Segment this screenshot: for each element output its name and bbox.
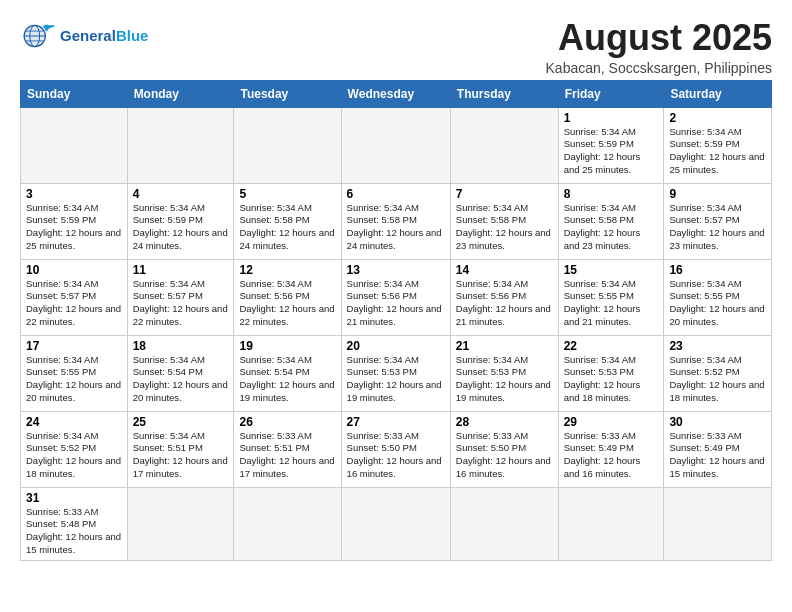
day-number: 14 xyxy=(456,263,553,277)
logo-general: General xyxy=(60,27,116,44)
day-number: 22 xyxy=(564,339,659,353)
table-row: 30Sunrise: 5:33 AM Sunset: 5:49 PM Dayli… xyxy=(664,411,772,487)
day-info: Sunrise: 5:34 AM Sunset: 5:57 PM Dayligh… xyxy=(26,278,122,329)
table-row: 12Sunrise: 5:34 AM Sunset: 5:56 PM Dayli… xyxy=(234,259,341,335)
table-row xyxy=(450,107,558,183)
day-number: 25 xyxy=(133,415,229,429)
day-number: 12 xyxy=(239,263,335,277)
col-thursday: Thursday xyxy=(450,80,558,107)
day-info: Sunrise: 5:34 AM Sunset: 5:52 PM Dayligh… xyxy=(26,430,122,481)
calendar-header-row: Sunday Monday Tuesday Wednesday Thursday… xyxy=(21,80,772,107)
day-info: Sunrise: 5:34 AM Sunset: 5:55 PM Dayligh… xyxy=(564,278,659,329)
day-info: Sunrise: 5:34 AM Sunset: 5:59 PM Dayligh… xyxy=(133,202,229,253)
day-number: 2 xyxy=(669,111,766,125)
day-number: 1 xyxy=(564,111,659,125)
table-row xyxy=(341,487,450,560)
table-row xyxy=(341,107,450,183)
page: GeneralBlue August 2025 Kabacan, Soccsks… xyxy=(0,0,792,571)
day-info: Sunrise: 5:34 AM Sunset: 5:54 PM Dayligh… xyxy=(239,354,335,405)
table-row: 28Sunrise: 5:33 AM Sunset: 5:50 PM Dayli… xyxy=(450,411,558,487)
day-number: 9 xyxy=(669,187,766,201)
title-area: August 2025 Kabacan, Soccsksargen, Phili… xyxy=(546,18,772,76)
day-info: Sunrise: 5:34 AM Sunset: 5:55 PM Dayligh… xyxy=(26,354,122,405)
day-info: Sunrise: 5:33 AM Sunset: 5:50 PM Dayligh… xyxy=(456,430,553,481)
day-info: Sunrise: 5:33 AM Sunset: 5:51 PM Dayligh… xyxy=(239,430,335,481)
day-number: 20 xyxy=(347,339,445,353)
generalblue-logo-icon xyxy=(20,18,56,54)
day-number: 24 xyxy=(26,415,122,429)
day-info: Sunrise: 5:33 AM Sunset: 5:49 PM Dayligh… xyxy=(669,430,766,481)
day-info: Sunrise: 5:34 AM Sunset: 5:56 PM Dayligh… xyxy=(456,278,553,329)
table-row: 7Sunrise: 5:34 AM Sunset: 5:58 PM Daylig… xyxy=(450,183,558,259)
table-row: 18Sunrise: 5:34 AM Sunset: 5:54 PM Dayli… xyxy=(127,335,234,411)
day-number: 7 xyxy=(456,187,553,201)
table-row: 25Sunrise: 5:34 AM Sunset: 5:51 PM Dayli… xyxy=(127,411,234,487)
day-number: 27 xyxy=(347,415,445,429)
day-number: 10 xyxy=(26,263,122,277)
table-row xyxy=(127,487,234,560)
logo-blue: Blue xyxy=(116,27,149,44)
day-number: 13 xyxy=(347,263,445,277)
day-number: 30 xyxy=(669,415,766,429)
day-info: Sunrise: 5:34 AM Sunset: 5:53 PM Dayligh… xyxy=(347,354,445,405)
day-info: Sunrise: 5:33 AM Sunset: 5:50 PM Dayligh… xyxy=(347,430,445,481)
table-row: 3Sunrise: 5:34 AM Sunset: 5:59 PM Daylig… xyxy=(21,183,128,259)
day-info: Sunrise: 5:34 AM Sunset: 5:53 PM Dayligh… xyxy=(456,354,553,405)
day-info: Sunrise: 5:34 AM Sunset: 5:57 PM Dayligh… xyxy=(133,278,229,329)
table-row: 31Sunrise: 5:33 AM Sunset: 5:48 PM Dayli… xyxy=(21,487,128,560)
table-row: 10Sunrise: 5:34 AM Sunset: 5:57 PM Dayli… xyxy=(21,259,128,335)
day-info: Sunrise: 5:34 AM Sunset: 5:52 PM Dayligh… xyxy=(669,354,766,405)
table-row: 14Sunrise: 5:34 AM Sunset: 5:56 PM Dayli… xyxy=(450,259,558,335)
day-number: 6 xyxy=(347,187,445,201)
day-info: Sunrise: 5:33 AM Sunset: 5:49 PM Dayligh… xyxy=(564,430,659,481)
table-row xyxy=(127,107,234,183)
table-row: 29Sunrise: 5:33 AM Sunset: 5:49 PM Dayli… xyxy=(558,411,664,487)
col-monday: Monday xyxy=(127,80,234,107)
day-number: 8 xyxy=(564,187,659,201)
table-row xyxy=(21,107,128,183)
table-row: 6Sunrise: 5:34 AM Sunset: 5:58 PM Daylig… xyxy=(341,183,450,259)
day-info: Sunrise: 5:34 AM Sunset: 5:58 PM Dayligh… xyxy=(239,202,335,253)
day-info: Sunrise: 5:34 AM Sunset: 5:56 PM Dayligh… xyxy=(347,278,445,329)
day-number: 23 xyxy=(669,339,766,353)
day-info: Sunrise: 5:34 AM Sunset: 5:56 PM Dayligh… xyxy=(239,278,335,329)
day-number: 16 xyxy=(669,263,766,277)
day-info: Sunrise: 5:33 AM Sunset: 5:48 PM Dayligh… xyxy=(26,506,122,557)
table-row: 16Sunrise: 5:34 AM Sunset: 5:55 PM Dayli… xyxy=(664,259,772,335)
day-number: 3 xyxy=(26,187,122,201)
col-saturday: Saturday xyxy=(664,80,772,107)
table-row: 4Sunrise: 5:34 AM Sunset: 5:59 PM Daylig… xyxy=(127,183,234,259)
day-number: 4 xyxy=(133,187,229,201)
col-friday: Friday xyxy=(558,80,664,107)
day-number: 28 xyxy=(456,415,553,429)
table-row: 9Sunrise: 5:34 AM Sunset: 5:57 PM Daylig… xyxy=(664,183,772,259)
table-row xyxy=(664,487,772,560)
day-number: 31 xyxy=(26,491,122,505)
table-row: 2Sunrise: 5:34 AM Sunset: 5:59 PM Daylig… xyxy=(664,107,772,183)
table-row: 15Sunrise: 5:34 AM Sunset: 5:55 PM Dayli… xyxy=(558,259,664,335)
table-row: 27Sunrise: 5:33 AM Sunset: 5:50 PM Dayli… xyxy=(341,411,450,487)
day-number: 29 xyxy=(564,415,659,429)
col-tuesday: Tuesday xyxy=(234,80,341,107)
table-row: 8Sunrise: 5:34 AM Sunset: 5:58 PM Daylig… xyxy=(558,183,664,259)
day-number: 18 xyxy=(133,339,229,353)
day-info: Sunrise: 5:34 AM Sunset: 5:55 PM Dayligh… xyxy=(669,278,766,329)
day-info: Sunrise: 5:34 AM Sunset: 5:58 PM Dayligh… xyxy=(456,202,553,253)
table-row xyxy=(234,107,341,183)
day-info: Sunrise: 5:34 AM Sunset: 5:53 PM Dayligh… xyxy=(564,354,659,405)
table-row: 1Sunrise: 5:34 AM Sunset: 5:59 PM Daylig… xyxy=(558,107,664,183)
table-row: 11Sunrise: 5:34 AM Sunset: 5:57 PM Dayli… xyxy=(127,259,234,335)
logo-text: GeneralBlue xyxy=(60,28,148,45)
calendar-table: Sunday Monday Tuesday Wednesday Thursday… xyxy=(20,80,772,561)
day-info: Sunrise: 5:34 AM Sunset: 5:54 PM Dayligh… xyxy=(133,354,229,405)
table-row: 22Sunrise: 5:34 AM Sunset: 5:53 PM Dayli… xyxy=(558,335,664,411)
day-number: 26 xyxy=(239,415,335,429)
day-info: Sunrise: 5:34 AM Sunset: 5:59 PM Dayligh… xyxy=(669,126,766,177)
table-row xyxy=(234,487,341,560)
table-row: 23Sunrise: 5:34 AM Sunset: 5:52 PM Dayli… xyxy=(664,335,772,411)
day-info: Sunrise: 5:34 AM Sunset: 5:59 PM Dayligh… xyxy=(564,126,659,177)
table-row: 20Sunrise: 5:34 AM Sunset: 5:53 PM Dayli… xyxy=(341,335,450,411)
col-wednesday: Wednesday xyxy=(341,80,450,107)
table-row: 24Sunrise: 5:34 AM Sunset: 5:52 PM Dayli… xyxy=(21,411,128,487)
table-row: 19Sunrise: 5:34 AM Sunset: 5:54 PM Dayli… xyxy=(234,335,341,411)
